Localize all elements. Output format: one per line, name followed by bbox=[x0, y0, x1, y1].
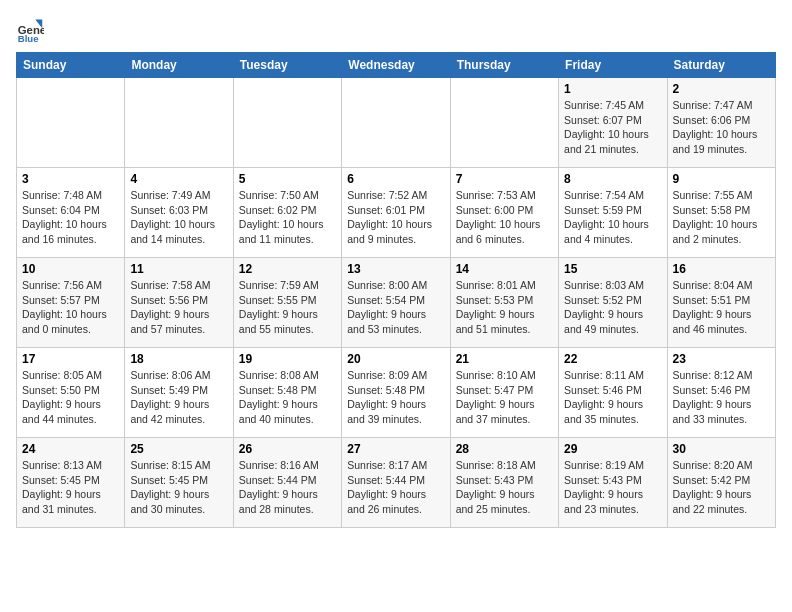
day-info: Sunrise: 8:13 AM Sunset: 5:45 PM Dayligh… bbox=[22, 458, 119, 517]
day-info: Sunrise: 7:53 AM Sunset: 6:00 PM Dayligh… bbox=[456, 188, 553, 247]
day-info: Sunrise: 7:47 AM Sunset: 6:06 PM Dayligh… bbox=[673, 98, 770, 157]
day-info: Sunrise: 8:16 AM Sunset: 5:44 PM Dayligh… bbox=[239, 458, 336, 517]
calendar-cell: 29Sunrise: 8:19 AM Sunset: 5:43 PM Dayli… bbox=[559, 438, 667, 528]
calendar-cell bbox=[233, 78, 341, 168]
calendar-cell: 10Sunrise: 7:56 AM Sunset: 5:57 PM Dayli… bbox=[17, 258, 125, 348]
day-number: 30 bbox=[673, 442, 770, 456]
day-number: 12 bbox=[239, 262, 336, 276]
day-info: Sunrise: 8:08 AM Sunset: 5:48 PM Dayligh… bbox=[239, 368, 336, 427]
day-info: Sunrise: 8:12 AM Sunset: 5:46 PM Dayligh… bbox=[673, 368, 770, 427]
day-info: Sunrise: 8:10 AM Sunset: 5:47 PM Dayligh… bbox=[456, 368, 553, 427]
day-info: Sunrise: 8:06 AM Sunset: 5:49 PM Dayligh… bbox=[130, 368, 227, 427]
day-number: 17 bbox=[22, 352, 119, 366]
day-info: Sunrise: 8:00 AM Sunset: 5:54 PM Dayligh… bbox=[347, 278, 444, 337]
logo: General Blue bbox=[16, 16, 48, 44]
day-info: Sunrise: 7:49 AM Sunset: 6:03 PM Dayligh… bbox=[130, 188, 227, 247]
day-number: 24 bbox=[22, 442, 119, 456]
day-number: 9 bbox=[673, 172, 770, 186]
weekday-header: Thursday bbox=[450, 53, 558, 78]
day-number: 7 bbox=[456, 172, 553, 186]
day-info: Sunrise: 8:15 AM Sunset: 5:45 PM Dayligh… bbox=[130, 458, 227, 517]
day-number: 23 bbox=[673, 352, 770, 366]
svg-text:Blue: Blue bbox=[18, 33, 39, 44]
day-info: Sunrise: 8:05 AM Sunset: 5:50 PM Dayligh… bbox=[22, 368, 119, 427]
calendar-cell: 9Sunrise: 7:55 AM Sunset: 5:58 PM Daylig… bbox=[667, 168, 775, 258]
calendar-cell: 2Sunrise: 7:47 AM Sunset: 6:06 PM Daylig… bbox=[667, 78, 775, 168]
day-number: 27 bbox=[347, 442, 444, 456]
day-number: 5 bbox=[239, 172, 336, 186]
calendar-cell: 3Sunrise: 7:48 AM Sunset: 6:04 PM Daylig… bbox=[17, 168, 125, 258]
day-info: Sunrise: 8:17 AM Sunset: 5:44 PM Dayligh… bbox=[347, 458, 444, 517]
day-info: Sunrise: 8:11 AM Sunset: 5:46 PM Dayligh… bbox=[564, 368, 661, 427]
weekday-header: Saturday bbox=[667, 53, 775, 78]
weekday-header: Monday bbox=[125, 53, 233, 78]
calendar-cell: 4Sunrise: 7:49 AM Sunset: 6:03 PM Daylig… bbox=[125, 168, 233, 258]
day-info: Sunrise: 7:59 AM Sunset: 5:55 PM Dayligh… bbox=[239, 278, 336, 337]
calendar-cell bbox=[450, 78, 558, 168]
day-number: 19 bbox=[239, 352, 336, 366]
calendar-cell: 8Sunrise: 7:54 AM Sunset: 5:59 PM Daylig… bbox=[559, 168, 667, 258]
calendar-cell bbox=[125, 78, 233, 168]
calendar-cell: 23Sunrise: 8:12 AM Sunset: 5:46 PM Dayli… bbox=[667, 348, 775, 438]
day-number: 8 bbox=[564, 172, 661, 186]
calendar-cell bbox=[342, 78, 450, 168]
calendar-cell: 26Sunrise: 8:16 AM Sunset: 5:44 PM Dayli… bbox=[233, 438, 341, 528]
day-number: 28 bbox=[456, 442, 553, 456]
calendar-cell: 6Sunrise: 7:52 AM Sunset: 6:01 PM Daylig… bbox=[342, 168, 450, 258]
day-number: 16 bbox=[673, 262, 770, 276]
day-info: Sunrise: 8:18 AM Sunset: 5:43 PM Dayligh… bbox=[456, 458, 553, 517]
weekday-header: Friday bbox=[559, 53, 667, 78]
day-number: 18 bbox=[130, 352, 227, 366]
calendar-cell: 1Sunrise: 7:45 AM Sunset: 6:07 PM Daylig… bbox=[559, 78, 667, 168]
day-info: Sunrise: 7:50 AM Sunset: 6:02 PM Dayligh… bbox=[239, 188, 336, 247]
day-number: 25 bbox=[130, 442, 227, 456]
calendar-cell: 28Sunrise: 8:18 AM Sunset: 5:43 PM Dayli… bbox=[450, 438, 558, 528]
day-info: Sunrise: 8:19 AM Sunset: 5:43 PM Dayligh… bbox=[564, 458, 661, 517]
day-number: 10 bbox=[22, 262, 119, 276]
calendar-table: SundayMondayTuesdayWednesdayThursdayFrid… bbox=[16, 52, 776, 528]
day-number: 26 bbox=[239, 442, 336, 456]
calendar-cell: 11Sunrise: 7:58 AM Sunset: 5:56 PM Dayli… bbox=[125, 258, 233, 348]
day-number: 1 bbox=[564, 82, 661, 96]
calendar-cell: 20Sunrise: 8:09 AM Sunset: 5:48 PM Dayli… bbox=[342, 348, 450, 438]
header: General Blue bbox=[16, 16, 776, 44]
day-number: 15 bbox=[564, 262, 661, 276]
day-info: Sunrise: 8:04 AM Sunset: 5:51 PM Dayligh… bbox=[673, 278, 770, 337]
day-info: Sunrise: 7:58 AM Sunset: 5:56 PM Dayligh… bbox=[130, 278, 227, 337]
day-info: Sunrise: 8:20 AM Sunset: 5:42 PM Dayligh… bbox=[673, 458, 770, 517]
day-number: 4 bbox=[130, 172, 227, 186]
day-info: Sunrise: 7:54 AM Sunset: 5:59 PM Dayligh… bbox=[564, 188, 661, 247]
calendar-cell: 25Sunrise: 8:15 AM Sunset: 5:45 PM Dayli… bbox=[125, 438, 233, 528]
logo-icon: General Blue bbox=[16, 16, 44, 44]
day-info: Sunrise: 7:55 AM Sunset: 5:58 PM Dayligh… bbox=[673, 188, 770, 247]
weekday-header: Tuesday bbox=[233, 53, 341, 78]
day-number: 13 bbox=[347, 262, 444, 276]
day-info: Sunrise: 7:48 AM Sunset: 6:04 PM Dayligh… bbox=[22, 188, 119, 247]
calendar-cell: 17Sunrise: 8:05 AM Sunset: 5:50 PM Dayli… bbox=[17, 348, 125, 438]
calendar-cell: 30Sunrise: 8:20 AM Sunset: 5:42 PM Dayli… bbox=[667, 438, 775, 528]
day-number: 20 bbox=[347, 352, 444, 366]
day-number: 2 bbox=[673, 82, 770, 96]
calendar-cell: 21Sunrise: 8:10 AM Sunset: 5:47 PM Dayli… bbox=[450, 348, 558, 438]
calendar-cell: 16Sunrise: 8:04 AM Sunset: 5:51 PM Dayli… bbox=[667, 258, 775, 348]
day-info: Sunrise: 8:09 AM Sunset: 5:48 PM Dayligh… bbox=[347, 368, 444, 427]
day-number: 6 bbox=[347, 172, 444, 186]
day-number: 14 bbox=[456, 262, 553, 276]
calendar-cell: 14Sunrise: 8:01 AM Sunset: 5:53 PM Dayli… bbox=[450, 258, 558, 348]
day-number: 21 bbox=[456, 352, 553, 366]
day-info: Sunrise: 7:56 AM Sunset: 5:57 PM Dayligh… bbox=[22, 278, 119, 337]
weekday-header: Wednesday bbox=[342, 53, 450, 78]
calendar-cell: 24Sunrise: 8:13 AM Sunset: 5:45 PM Dayli… bbox=[17, 438, 125, 528]
day-number: 29 bbox=[564, 442, 661, 456]
day-info: Sunrise: 8:03 AM Sunset: 5:52 PM Dayligh… bbox=[564, 278, 661, 337]
calendar-cell bbox=[17, 78, 125, 168]
calendar-cell: 12Sunrise: 7:59 AM Sunset: 5:55 PM Dayli… bbox=[233, 258, 341, 348]
calendar-cell: 19Sunrise: 8:08 AM Sunset: 5:48 PM Dayli… bbox=[233, 348, 341, 438]
weekday-header: Sunday bbox=[17, 53, 125, 78]
calendar-cell: 15Sunrise: 8:03 AM Sunset: 5:52 PM Dayli… bbox=[559, 258, 667, 348]
calendar-cell: 22Sunrise: 8:11 AM Sunset: 5:46 PM Dayli… bbox=[559, 348, 667, 438]
calendar-cell: 18Sunrise: 8:06 AM Sunset: 5:49 PM Dayli… bbox=[125, 348, 233, 438]
day-number: 22 bbox=[564, 352, 661, 366]
calendar-cell: 5Sunrise: 7:50 AM Sunset: 6:02 PM Daylig… bbox=[233, 168, 341, 258]
day-info: Sunrise: 8:01 AM Sunset: 5:53 PM Dayligh… bbox=[456, 278, 553, 337]
